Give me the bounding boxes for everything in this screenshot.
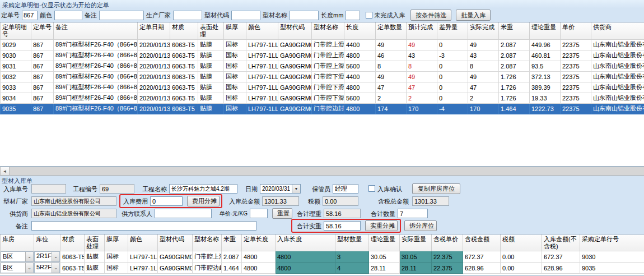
order-row[interactable]: 903186789#门框型材F26-F40（866+867）2020/01/13… <box>1 61 644 71</box>
project-name-label: 工程名称 <box>141 184 167 194</box>
order-cell: 6063-T5 <box>170 61 198 71</box>
column-header: 材质 <box>60 234 85 251</box>
order-cell: 8 <box>468 61 499 71</box>
unit-price-input[interactable] <box>250 209 268 218</box>
order-cell: 贴膜 <box>198 61 224 71</box>
order-row[interactable]: 903586789#门框型材F26-F40（866+867）2020/01/13… <box>1 103 644 114</box>
color-input[interactable] <box>54 11 82 20</box>
total-qty-input[interactable] <box>398 209 428 218</box>
tax-input[interactable] <box>323 196 358 206</box>
profile-code-input[interactable] <box>231 11 260 20</box>
chevron-down-icon[interactable]: ⌄ <box>25 252 33 261</box>
horizontal-scrollbar[interactable]: ◂ <box>0 167 644 176</box>
order-cell: 22375 <box>561 82 591 93</box>
manufacturer-input[interactable] <box>173 11 202 20</box>
order-cell: 449.96 <box>530 39 561 50</box>
order-cell: 贴膜 <box>198 50 224 61</box>
chevron-down-icon[interactable]: ⌄ <box>25 263 33 273</box>
order-cell: 0 <box>437 93 468 103</box>
theory-weight-input[interactable] <box>324 209 361 218</box>
location-select[interactable]: 2R1F⌄ <box>34 251 60 263</box>
actual-weight-input[interactable] <box>324 221 361 231</box>
profile-name-input[interactable] <box>290 11 319 20</box>
receipt-no-input[interactable] <box>31 184 66 194</box>
keeper-input[interactable] <box>333 184 358 194</box>
chevron-down-icon[interactable]: ⌄ <box>52 252 59 261</box>
warehouse-select[interactable]: B区⌄ <box>1 251 34 263</box>
combo-value: 2R1F <box>35 252 52 261</box>
warehouse-select[interactable]: B区⌄ <box>1 263 34 274</box>
weight-share-button[interactable]: 实重分摊 <box>365 220 398 231</box>
project-no-label: 工程编号 <box>72 184 97 194</box>
order-cell: -3 <box>437 50 468 61</box>
order-row[interactable]: 903286789#门框型材F26-F40（866+867）2020/01/13… <box>1 71 644 82</box>
order-cell: 867 <box>31 82 54 93</box>
chevron-down-icon[interactable]: ⌄ <box>52 263 59 273</box>
column-header: 含税金额 <box>463 234 501 251</box>
order-cell: 贴膜 <box>198 103 224 114</box>
date-dropdown-button[interactable]: ▼ <box>292 184 301 194</box>
date-input[interactable] <box>260 184 292 194</box>
fee-share-button[interactable]: 费用分摊 <box>187 196 220 206</box>
factory-input[interactable] <box>31 196 116 206</box>
copy-warehouse-button[interactable]: 复制库房库位 <box>412 183 460 194</box>
order-row[interactable]: 902986789#门框型材F26-F40（866+867）2020/01/13… <box>1 39 644 50</box>
column-header: 型材代码 <box>278 22 312 39</box>
order-cell: LH797-1LL0 <box>246 50 278 61</box>
order-cell: GA90GRM04 <box>278 82 312 93</box>
order-cell: 389.39 <box>530 82 561 93</box>
split-location-button[interactable]: 拆分库位 <box>404 220 437 231</box>
order-cell: GA90GRM03 <box>278 61 312 71</box>
column-header: 差异量 <box>437 22 468 39</box>
filter-label-order-no: 定单号 <box>1 11 20 20</box>
scrollbar-thumb[interactable] <box>10 167 644 176</box>
remark-input[interactable] <box>99 11 144 20</box>
order-cell: 2020/01/13 <box>138 82 170 93</box>
order-cell: 2020/01/13 <box>138 50 170 61</box>
column-header: 供货商 <box>591 22 644 39</box>
order-cell: 170 <box>407 103 437 114</box>
order-row[interactable]: 903386789#门框型材F26-F40（866+867）2020/01/13… <box>1 82 644 93</box>
order-row[interactable]: 903086789#门框型材F26-F40（866+867）2020/01/13… <box>1 50 644 61</box>
order-cell: 19.33 <box>530 93 561 103</box>
contact-input[interactable] <box>155 209 212 218</box>
scroll-left-arrow-icon[interactable]: ◂ <box>0 167 10 176</box>
column-header: 颜色 <box>246 22 278 39</box>
order-cell: 22375 <box>561 50 591 61</box>
receipt-cell: 28.11 <box>369 263 400 274</box>
tax-total-input[interactable] <box>412 196 449 206</box>
order-no-input[interactable] <box>22 11 38 20</box>
unfinished-checkbox[interactable] <box>366 12 372 19</box>
order-cell: GA90GRM03 <box>278 50 312 61</box>
location-select[interactable]: 5R2F⌄ <box>34 263 60 274</box>
page-title: 采购定单明细-仅显示状态为开始的定单 <box>0 0 644 8</box>
batch-receipt-button[interactable]: 批量入库 <box>456 10 491 21</box>
column-header: 型材名称 <box>193 234 222 251</box>
order-cell: 贴膜 <box>198 93 224 103</box>
column-header: 实际完成 <box>468 22 499 39</box>
receipt-row[interactable]: B区⌄2R1F⌄6063-T5贴膜国标LH797-1LL0GA90GRM03门带… <box>1 251 644 263</box>
receipt-cell: 门带腔边封 <box>193 263 222 274</box>
column-header: 采购定单行号 <box>580 234 644 251</box>
project-no-input[interactable] <box>100 184 134 194</box>
order-cell: 6063-T5 <box>170 93 198 103</box>
order-cell: 49 <box>407 71 437 82</box>
order-cell: 国标 <box>224 103 246 114</box>
receipt-cell: 30.05 <box>400 251 432 263</box>
tax-total-label: 含税总金额 <box>370 196 409 206</box>
note-input[interactable] <box>31 221 256 231</box>
receipt-row[interactable]: B区⌄5R2F⌄6063-T5贴膜国标LH797-1LL0GA90GRM05门带… <box>1 263 644 274</box>
supplier-input[interactable] <box>31 209 116 218</box>
reset-button[interactable]: 重置 <box>272 208 292 219</box>
order-row[interactable]: 903486789#门框型材F26-F40（866+867）2020/01/13… <box>1 93 644 103</box>
fee-input[interactable] <box>150 196 183 206</box>
project-name-input[interactable] <box>169 184 237 194</box>
order-cell: 22375 <box>561 39 591 50</box>
total-amount-input[interactable] <box>262 196 299 206</box>
receipt-cell: 4800 <box>276 263 335 274</box>
receipt-confirm-checkbox[interactable] <box>368 185 375 192</box>
length-input[interactable] <box>346 11 360 20</box>
order-cell: 89#门框型材F26-F40（866+867） <box>54 103 138 114</box>
filter-label-profile-name: 型材名称 <box>263 11 287 20</box>
filter-by-condition-button[interactable]: 按条件筛选 <box>410 10 451 21</box>
